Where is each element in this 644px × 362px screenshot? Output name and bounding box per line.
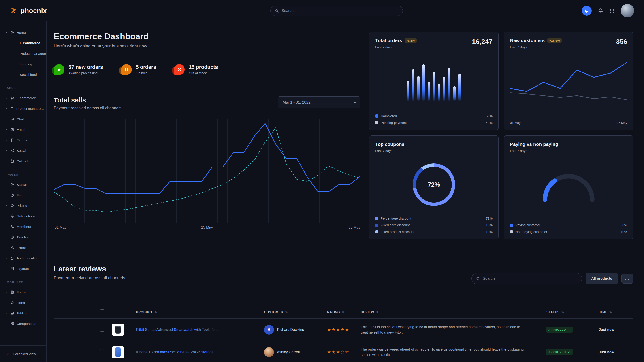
check-icon: ✓ xyxy=(568,350,570,354)
user-avatar[interactable] xyxy=(621,4,634,17)
sidebar-item-notifications[interactable]: Notifications xyxy=(0,211,46,221)
sort-icon: ⇅ xyxy=(562,310,564,314)
column-header-rating[interactable]: RATING⇅ xyxy=(324,310,358,314)
check-icon: ✓ xyxy=(568,328,570,331)
sidebar-item-faq[interactable]: Faq xyxy=(0,190,46,200)
sidebar-item-pricing[interactable]: ▸Pricing xyxy=(0,200,46,211)
sidebar-item-starter[interactable]: Starter xyxy=(0,179,46,190)
sidebar-item-project-management[interactable]: ▸Project management xyxy=(0,103,46,114)
sidebar-item-components[interactable]: ▸Components xyxy=(0,318,46,329)
sidebar-item-calendar[interactable]: Calendar xyxy=(0,156,46,166)
sort-icon: ⇅ xyxy=(285,310,288,314)
all-products-button[interactable]: All products xyxy=(586,273,618,284)
sidebar-item-errors[interactable]: ▸Errors xyxy=(0,242,46,253)
bookmark-icon xyxy=(10,138,14,142)
caret-right-icon: ▸ xyxy=(6,257,10,260)
search-input[interactable] xyxy=(282,8,398,13)
navbar-controls xyxy=(582,4,634,17)
bar xyxy=(428,82,430,101)
chevron-down-icon xyxy=(354,101,356,103)
paying-legend: Paying customer30%Non-paying customer70% xyxy=(510,223,627,234)
sidebar-section-pages: PAGES xyxy=(7,173,46,176)
envelope-icon xyxy=(10,128,14,131)
caret-right-icon: ▸ xyxy=(6,149,10,152)
reviews-table-body: Fitbit Sense Advanced Smartwatch with To… xyxy=(54,319,633,362)
sidebar-group-home[interactable]: ▾Home xyxy=(0,27,46,38)
product-link[interactable]: iPhone 13 pro max-Pacific Blue-128GB sto… xyxy=(133,350,261,354)
components-icon xyxy=(10,322,14,326)
navbar-search[interactable] xyxy=(270,5,403,16)
clipboard-icon xyxy=(10,107,14,110)
brand-logo[interactable]: phoenix xyxy=(10,7,47,15)
moon-icon xyxy=(584,8,589,13)
date-range-select[interactable]: Mar 1 - 31, 2022 xyxy=(278,96,360,108)
caret-right-icon: ▸ xyxy=(6,107,10,110)
stat-caption: Out of stock xyxy=(189,71,218,75)
warning-icon xyxy=(10,246,14,250)
total-orders-value: 16,247 xyxy=(472,38,492,45)
more-options-button[interactable]: ... xyxy=(622,274,633,284)
notifications-button[interactable] xyxy=(598,8,603,13)
change-badge: +26.5% xyxy=(547,38,562,43)
sidebar-section-apps: APPS xyxy=(7,86,46,90)
donut-center-value: 72% xyxy=(428,181,440,188)
card-period: Last 7 days xyxy=(510,149,558,153)
sort-icon: ⇅ xyxy=(154,310,157,314)
card-title: Top coupons xyxy=(375,142,404,147)
total-sells-subtitle: Payment received across all channels xyxy=(54,106,121,110)
x-label-start: 01 May xyxy=(54,225,66,229)
sidebar-item-icons[interactable]: ▸Icons xyxy=(0,297,46,308)
card-title: Total orders xyxy=(375,38,402,43)
share-icon xyxy=(10,149,14,152)
theme-toggle-button[interactable] xyxy=(582,6,592,16)
sidebar-item-members[interactable]: Members xyxy=(0,221,46,232)
total-orders-bar-chart xyxy=(407,62,461,101)
reviews-search-input[interactable] xyxy=(483,276,577,281)
column-header-customer[interactable]: CUSTOMER⇅ xyxy=(261,310,324,314)
column-header-product[interactable]: PRODUCT⇅ xyxy=(133,310,261,314)
sidebar-item-authentication[interactable]: ▸Authentication xyxy=(0,253,46,263)
page-title: Ecommerce Dashboard xyxy=(54,32,360,41)
stat-item: 5 ordersOn hold xyxy=(121,64,156,75)
sidebar-item-layouts[interactable]: ▸Layouts xyxy=(0,263,46,274)
column-header-review[interactable]: REVIEW⇅ xyxy=(358,310,544,314)
x-label-start: 01 May xyxy=(510,121,521,125)
sidebar-item-social[interactable]: ▸Social xyxy=(0,145,46,156)
card-title: Paying vs non paying xyxy=(510,142,558,147)
table-icon xyxy=(10,311,14,315)
sidebar-item-events[interactable]: ▸Events xyxy=(0,135,46,145)
collapsed-view-toggle[interactable]: ⇤ Collapsed View xyxy=(0,346,46,362)
total-sells-x-axis: 01 May 15 May 30 May xyxy=(54,225,360,230)
column-header-status[interactable]: STATUS⇅ xyxy=(544,310,596,314)
sidebar-item-timeline[interactable]: Timeline xyxy=(0,232,46,242)
review-time: Just now xyxy=(596,350,633,354)
row-checkbox[interactable] xyxy=(100,327,104,332)
sidebar-item-tables[interactable]: ▸Tables xyxy=(0,308,46,318)
paying-vs-non-paying-card: Paying vs non paying Last 7 days Paying … xyxy=(504,135,633,239)
caret-down-icon: ▾ xyxy=(6,31,10,34)
sidebar-item-project-management[interactable]: Project management xyxy=(0,48,46,59)
phone-icon xyxy=(115,348,120,357)
sidebar-item-landing[interactable]: Landing xyxy=(0,59,46,69)
bell-icon xyxy=(10,214,14,218)
sidebar-item-chat[interactable]: Chat xyxy=(0,114,46,124)
reviews-search[interactable] xyxy=(472,273,582,284)
rating-stars: ★★★☆☆ xyxy=(324,350,358,355)
sidebar-item-e-commerce[interactable]: E commerce xyxy=(0,38,46,48)
stat-item: ×15 productsOut of stock xyxy=(174,64,218,75)
top-navbar: phoenix xyxy=(0,0,644,21)
bar xyxy=(443,77,445,101)
bar xyxy=(448,68,450,101)
column-header-time[interactable]: TIME⇅ xyxy=(596,310,633,314)
product-link[interactable]: Fitbit Sense Advanced Smartwatch with To… xyxy=(133,328,261,332)
sidebar-section-modules: MODULES xyxy=(7,281,46,284)
sidebar-item-email[interactable]: ▸Email xyxy=(0,124,46,135)
stat-bubble-icon xyxy=(121,64,132,75)
sidebar-item-e-commerce[interactable]: ▸E commerce xyxy=(0,93,46,103)
sidebar-item-forms[interactable]: ▸Forms xyxy=(0,287,46,297)
select-all-checkbox[interactable] xyxy=(100,310,104,314)
search-icon xyxy=(275,9,279,13)
apps-grid-button[interactable] xyxy=(610,8,614,13)
row-checkbox[interactable] xyxy=(100,349,104,354)
sidebar-item-social-feed[interactable]: Social feed xyxy=(0,69,46,80)
